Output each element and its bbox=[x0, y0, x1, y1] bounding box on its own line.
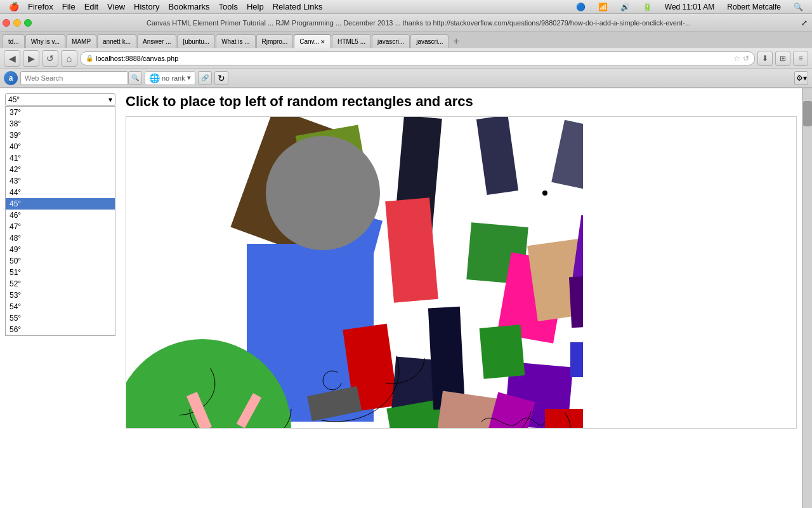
search-icon[interactable]: 🔍 bbox=[790, 1, 807, 13]
menu-button[interactable]: ≡ bbox=[793, 51, 808, 66]
new-tab-button[interactable]: + bbox=[449, 34, 462, 48]
web-search-input[interactable] bbox=[20, 71, 128, 85]
tab-2[interactable]: MAMP bbox=[66, 34, 96, 48]
tab-6[interactable]: What is ... bbox=[216, 34, 255, 48]
history-menu[interactable]: History bbox=[130, 1, 163, 13]
firefox-menu[interactable]: Firefox bbox=[24, 1, 57, 13]
select-arrow-icon: ▾ bbox=[108, 95, 112, 104]
help-menu[interactable]: Help bbox=[243, 1, 268, 13]
url-bar: 🔒 localhost:8888/canvas.php ☆ ↺ bbox=[80, 51, 755, 65]
minimize-button[interactable] bbox=[13, 19, 21, 27]
tab-0[interactable]: td... bbox=[3, 34, 25, 48]
wifi-icon: 📶 bbox=[594, 1, 612, 13]
degree-select-container: 45° ▾ 37° 38° 39° 40° 41° 42° 43° 44° 45… bbox=[5, 93, 115, 106]
window-title: Canvas HTML Element Primer Tutorial ... … bbox=[38, 19, 799, 27]
menu-bar-right: 🔵 📶 🔊 🔋 Wed 11:01 AM Robert Metcalfe 🔍 bbox=[572, 1, 807, 13]
degree-select-header[interactable]: 45° ▾ bbox=[5, 93, 115, 106]
forward-button[interactable]: ▶ bbox=[23, 50, 39, 67]
nav-bar: ◀ ▶ ↺ ⌂ 🔒 localhost:8888/canvas.php ☆ ↺ … bbox=[0, 48, 812, 69]
reload-button[interactable]: ↺ bbox=[42, 50, 58, 67]
rank-label: no rank bbox=[162, 74, 185, 82]
canvas-container[interactable] bbox=[126, 116, 797, 429]
selected-degree: 45° bbox=[8, 95, 20, 104]
degree-item-38[interactable]: 38° bbox=[6, 118, 115, 130]
degree-item-37[interactable]: 37° bbox=[6, 107, 115, 118]
downloads-button[interactable]: ⬇ bbox=[757, 51, 773, 66]
tab-5[interactable]: [ubuntu... bbox=[177, 34, 215, 48]
content-area: 45° ▾ 37° 38° 39° 40° 41° 42° 43° 44° 45… bbox=[0, 88, 812, 508]
search-toolbar: a 🔍 🌐 no rank ▾ 🔗 ↻ bbox=[4, 71, 228, 85]
refresh-toolbar-button[interactable]: ↻ bbox=[214, 71, 228, 85]
menu-bar: 🍎 Firefox File Edit View History Bookmar… bbox=[0, 0, 812, 14]
degree-item-49[interactable]: 49° bbox=[6, 244, 115, 255]
page-content: Click to place top left of random rectan… bbox=[121, 88, 802, 508]
rank-button[interactable]: 🌐 no rank ▾ bbox=[145, 71, 195, 85]
tab-bar: td... Why is v... MAMP annett k... Answe… bbox=[0, 32, 812, 48]
tab-11[interactable]: javascri... bbox=[410, 34, 449, 48]
rank-dropdown-icon: ▾ bbox=[187, 74, 191, 82]
bookmarks-button[interactable]: ⊞ bbox=[775, 51, 790, 66]
tab-7[interactable]: Rjmpro... bbox=[256, 34, 294, 48]
tab-3[interactable]: annett k... bbox=[97, 34, 136, 48]
url-text[interactable]: localhost:8888/canvas.php bbox=[96, 55, 731, 62]
degree-item-53[interactable]: 53° bbox=[6, 290, 115, 301]
toolbar-right: ⚙▾ bbox=[794, 71, 808, 85]
degree-item-39[interactable]: 39° bbox=[6, 130, 115, 141]
fullscreen-button[interactable]: ⤢ bbox=[799, 18, 809, 28]
related-links-menu[interactable]: Related Links bbox=[269, 1, 327, 13]
degree-item-56[interactable]: 56° bbox=[6, 324, 115, 335]
home-button[interactable]: ⌂ bbox=[61, 50, 77, 67]
degree-item-52[interactable]: 52° bbox=[6, 278, 115, 290]
toolbar: a 🔍 🌐 no rank ▾ 🔗 ↻ ⚙▾ bbox=[0, 69, 812, 88]
rank-globe-icon: 🌐 bbox=[149, 73, 160, 83]
main-canvas[interactable] bbox=[126, 117, 583, 428]
left-sidebar: 45° ▾ 37° 38° 39° 40° 41° 42° 43° 44° 45… bbox=[0, 88, 121, 508]
degree-item-44[interactable]: 44° bbox=[6, 187, 115, 198]
maximize-button[interactable] bbox=[24, 19, 32, 27]
edit-menu[interactable]: Edit bbox=[81, 1, 102, 13]
link-button[interactable]: 🔗 bbox=[198, 71, 212, 85]
volume-icon: 🔊 bbox=[617, 1, 634, 13]
avatar-button[interactable]: a bbox=[4, 71, 18, 85]
nav-icon-group: ⬇ ⊞ ≡ bbox=[757, 51, 808, 66]
back-button[interactable]: ◀ bbox=[4, 50, 20, 67]
page-title: Click to place top left of random rectan… bbox=[126, 93, 797, 110]
degree-item-46[interactable]: 46° bbox=[6, 210, 115, 221]
degree-item-41[interactable]: 41° bbox=[6, 152, 115, 164]
degree-item-50[interactable]: 50° bbox=[6, 255, 115, 267]
lock-icon: 🔒 bbox=[86, 55, 93, 62]
bluetooth-icon: 🔵 bbox=[572, 1, 589, 13]
bookmarks-menu[interactable]: Bookmarks bbox=[165, 1, 214, 13]
degree-item-51[interactable]: 51° bbox=[6, 267, 115, 278]
settings-button[interactable]: ⚙▾ bbox=[794, 71, 808, 85]
tab-8-active[interactable]: Canv...✕ bbox=[294, 34, 331, 48]
tab-10[interactable]: javascri... bbox=[372, 34, 410, 48]
right-scrollbar[interactable] bbox=[802, 88, 812, 508]
tools-menu[interactable]: Tools bbox=[215, 1, 242, 13]
degree-dropdown: 37° 38° 39° 40° 41° 42° 43° 44° 45° 46° … bbox=[5, 106, 115, 336]
tab-1[interactable]: Why is v... bbox=[25, 34, 65, 48]
bookmark-icon[interactable]: ☆ bbox=[733, 54, 740, 63]
degree-item-40[interactable]: 40° bbox=[6, 141, 115, 152]
search-submit-button[interactable]: 🔍 bbox=[128, 71, 142, 85]
degree-item-43[interactable]: 43° bbox=[6, 175, 115, 187]
refresh-icon[interactable]: ↺ bbox=[743, 54, 749, 63]
clock: Wed 11:01 AM bbox=[661, 1, 719, 13]
degree-item-48[interactable]: 48° bbox=[6, 232, 115, 244]
battery-icon: 🔋 bbox=[639, 1, 656, 13]
browser-chrome: Canvas HTML Element Primer Tutorial ... … bbox=[0, 14, 812, 88]
file-menu[interactable]: File bbox=[58, 1, 79, 13]
view-menu[interactable]: View bbox=[103, 1, 129, 13]
close-button[interactable] bbox=[3, 19, 10, 27]
degree-item-55[interactable]: 55° bbox=[6, 312, 115, 324]
degree-item-45[interactable]: 45° bbox=[6, 198, 115, 210]
degree-item-42[interactable]: 42° bbox=[6, 164, 115, 175]
apple-menu[interactable]: 🍎 bbox=[5, 1, 23, 13]
tab-4[interactable]: Answer ... bbox=[137, 34, 176, 48]
user-name: Robert Metcalfe bbox=[723, 1, 785, 13]
tab-9[interactable]: HTML5 ... bbox=[332, 34, 371, 48]
degree-item-54[interactable]: 54° bbox=[6, 301, 115, 312]
degree-item-47[interactable]: 47° bbox=[6, 221, 115, 232]
